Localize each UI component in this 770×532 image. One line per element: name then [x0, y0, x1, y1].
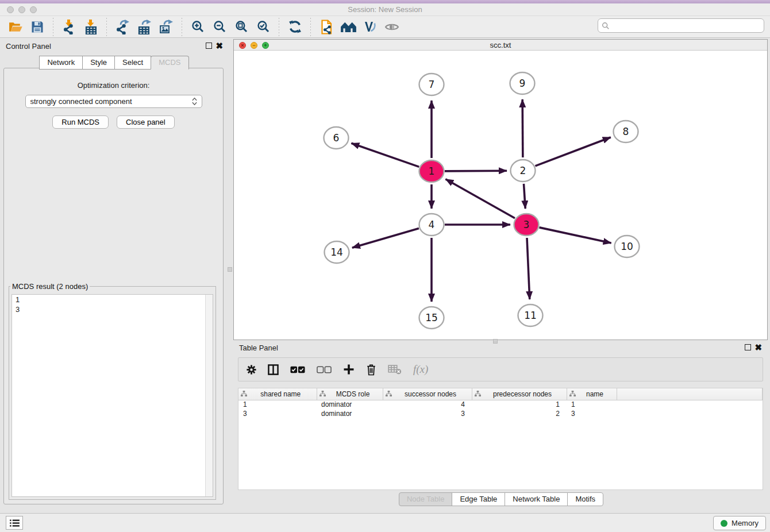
save-session-button[interactable]: [26, 17, 48, 37]
apply-preferred-layout-button[interactable]: [284, 17, 306, 37]
table-cell[interactable]: 1: [238, 400, 317, 409]
close-panel-icon[interactable]: ✖: [754, 342, 762, 353]
workspace: Control Panel ✖ NetworkStyleSelectMCDS O…: [0, 38, 770, 513]
table-cell[interactable]: dominator: [317, 409, 383, 418]
graph-edge-2-3[interactable]: [523, 184, 525, 209]
table-cell[interactable]: 3: [238, 409, 317, 418]
table-cell[interactable]: 3: [383, 409, 472, 418]
graph-node-7[interactable]: 7: [419, 74, 444, 95]
table-row[interactable]: 1dominator411: [238, 400, 763, 409]
graph-node-4[interactable]: 4: [419, 214, 444, 236]
criterion-value: strongly connected component: [30, 97, 192, 106]
select-all-columns-button[interactable]: [290, 366, 305, 373]
graph-node-15[interactable]: 15: [419, 307, 444, 329]
graph-node-8[interactable]: 8: [614, 121, 638, 142]
table-cell[interactable]: 1: [567, 400, 617, 409]
export-image-button[interactable]: [155, 17, 177, 37]
zoom-out-icon: [213, 20, 227, 34]
column-header-shared-name[interactable]: shared name: [238, 388, 317, 400]
tab-select[interactable]: Select: [114, 56, 151, 70]
tab-edge-table[interactable]: Edge Table: [452, 492, 505, 506]
search-input[interactable]: [612, 21, 760, 30]
import-table-button[interactable]: [80, 17, 102, 37]
graph-node-11[interactable]: 11: [518, 304, 543, 326]
search-box[interactable]: [598, 18, 764, 33]
network-canvas[interactable]: 1234678910111415: [234, 51, 767, 340]
result-scrollbar[interactable]: [205, 295, 213, 496]
network-frame-titlebar[interactable]: × − + scc.txt: [234, 40, 767, 51]
graph-node-3[interactable]: 3: [514, 214, 539, 236]
zoom-selected-button[interactable]: [252, 17, 274, 37]
table-cell[interactable]: 4: [383, 400, 472, 409]
tab-motifs[interactable]: Motifs: [567, 492, 603, 506]
import-network-button[interactable]: [58, 17, 80, 37]
export-network-button[interactable]: [111, 17, 133, 37]
float-panel-icon[interactable]: [745, 344, 751, 350]
graph-node-14[interactable]: 14: [325, 241, 349, 263]
first-neighbors-button[interactable]: [337, 17, 359, 37]
open-session-button[interactable]: [5, 17, 26, 37]
delete-table-button: [388, 364, 402, 375]
svg-text:10: 10: [621, 241, 633, 252]
vizmapper-button[interactable]: [359, 17, 381, 37]
table-cell[interactable]: 2: [472, 409, 567, 418]
graph-node-1[interactable]: 1: [419, 160, 444, 182]
checked-boxes-icon: [290, 366, 305, 373]
deselect-all-columns-button[interactable]: [317, 366, 332, 373]
column-header-predecessor-nodes[interactable]: predecessor nodes: [472, 388, 567, 400]
tab-node-table[interactable]: Node Table: [399, 492, 453, 506]
list-icon: [10, 519, 20, 527]
criterion-select[interactable]: strongly connected component: [25, 95, 202, 108]
task-history-button[interactable]: [6, 516, 23, 530]
tab-network-table[interactable]: Network Table: [505, 492, 568, 506]
split-divider-handle[interactable]: [493, 339, 498, 344]
graph-edge-2-8[interactable]: [536, 137, 611, 166]
graph-node-6[interactable]: 6: [324, 127, 349, 149]
graph-edge-1-2[interactable]: [445, 171, 507, 171]
graph-node-10[interactable]: 10: [615, 236, 640, 257]
export-table-button[interactable]: [133, 17, 155, 37]
float-panel-icon[interactable]: [206, 43, 212, 49]
table-cell[interactable]: 3: [567, 409, 617, 418]
graph-edge-4-14[interactable]: [352, 228, 419, 248]
graph-node-9[interactable]: 9: [510, 72, 535, 94]
graph-edge-3-1[interactable]: [445, 179, 515, 218]
cytoscape-window: Session: New Session Control Panel ✖ Net…: [0, 0, 770, 532]
tab-network[interactable]: Network: [39, 56, 83, 70]
show-column-panel-button[interactable]: [268, 364, 279, 375]
mcds-panel: Optimization criterion: strongly connect…: [3, 68, 224, 504]
graph-edge-1-6[interactable]: [351, 143, 419, 167]
zoom-out-button[interactable]: [209, 17, 230, 37]
split-divider-handle[interactable]: [228, 267, 232, 272]
memory-button[interactable]: Memory: [713, 516, 766, 530]
zoom-fit-button[interactable]: [230, 17, 252, 37]
delete-columns-button[interactable]: [366, 364, 376, 376]
graph-edge-3-10[interactable]: [539, 228, 611, 243]
create-new-column-button[interactable]: [343, 364, 355, 375]
table-cell[interactable]: 1: [472, 400, 567, 409]
run-mcds-button[interactable]: Run MCDS: [52, 115, 109, 129]
new-network-from-selection-button[interactable]: [315, 17, 337, 37]
tab-style[interactable]: Style: [82, 56, 115, 70]
node-table: shared nameMCDS rolesuccessor nodesprede…: [238, 388, 763, 490]
tab-mcds[interactable]: MCDS: [151, 56, 188, 70]
column-header-MCDS-role[interactable]: MCDS role: [317, 388, 383, 400]
column-header-name[interactable]: name: [567, 388, 617, 400]
mcds-result-title: MCDS result (2 nodes): [10, 282, 90, 291]
column-type-icon: [386, 391, 392, 397]
column-type-icon: [475, 391, 481, 397]
column-header-successor-nodes[interactable]: successor nodes: [383, 388, 472, 400]
titlebar: Session: New Session: [0, 3, 770, 16]
graph-edge-3-11[interactable]: [527, 238, 530, 299]
close-panel-icon[interactable]: ✖: [215, 41, 223, 51]
close-panel-button[interactable]: Close panel: [117, 115, 175, 129]
graph-edge-2-9[interactable]: [522, 99, 523, 157]
status-bar: Memory: [0, 513, 770, 532]
graph-node-2[interactable]: 2: [511, 160, 536, 182]
table-settings-button[interactable]: [247, 365, 256, 375]
svg-text:9: 9: [519, 78, 526, 89]
table-cell[interactable]: dominator: [317, 400, 383, 409]
graphics-details-button[interactable]: [381, 17, 403, 37]
zoom-in-button[interactable]: [187, 17, 209, 37]
table-row[interactable]: 3dominator323: [238, 409, 763, 418]
